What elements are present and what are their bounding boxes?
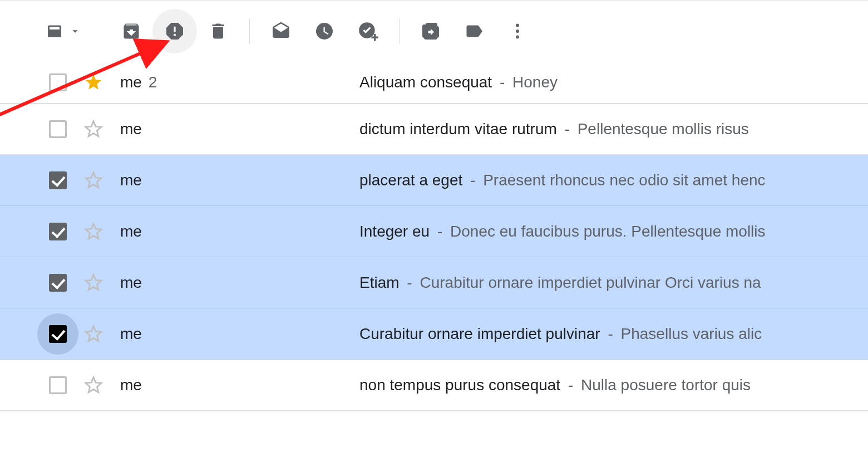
subject-text: dictum interdum vitae rutrum [359,120,557,137]
select-all-dropdown[interactable] [45,21,81,41]
toolbar-divider [249,18,250,44]
sender-name: me [120,73,142,91]
row-checkbox[interactable] [37,313,78,355]
archive-icon [121,21,141,41]
subject-text: Curabitur ornare imperdiet pulvinar [359,325,600,342]
snooze-button[interactable] [308,14,341,48]
toolbar [0,0,868,61]
sender-name: me [120,120,142,137]
thread-count: 2 [149,73,157,91]
subject-text: non tempus purus consequat [359,376,560,394]
snippet-text: Donec eu faucibus purus. Pellentesque mo… [450,223,766,240]
more-button[interactable] [501,14,534,48]
snippet-text: Nulla posuere tortor quis [581,376,751,394]
move-to-button[interactable] [414,14,447,48]
toolbar-divider-2 [399,18,400,44]
snippet-text: Praesent rhoncus nec odio sit amet henc [483,171,765,189]
subject-line: non tempus purus consequat - Nulla posue… [359,376,751,394]
star-icon[interactable] [81,171,106,190]
subject-line: placerat a eget - Praesent rhoncus nec o… [359,171,766,189]
email-list: me 2Aliquam consequat - Honeymedictum in… [0,61,868,411]
labels-button[interactable] [457,14,491,48]
sender: me [120,120,359,138]
email-row[interactable]: menon tempus purus consequat - Nulla pos… [0,360,868,411]
snippet-text: Phasellus varius alic [621,325,762,342]
archive-button[interactable] [115,14,148,48]
subject-separator: - [568,376,573,394]
subject-text: Etiam [359,274,400,291]
row-checkbox[interactable] [46,70,70,95]
subject-separator: - [608,325,613,342]
subject-separator: - [470,171,475,189]
star-icon[interactable] [81,376,106,395]
svg-point-8 [516,30,519,33]
report-spam-button[interactable] [152,9,197,53]
svg-point-7 [516,23,519,27]
dropdown-icon [69,25,81,37]
subject-line: Etiam - Curabitur ornare imperdiet pulvi… [359,274,761,292]
subject-line: Curabitur ornare imperdiet pulvinar - Ph… [359,325,762,343]
delete-icon [208,21,228,41]
snippet-text: Honey [512,73,558,91]
star-icon[interactable] [81,273,106,292]
label-icon [464,21,484,41]
svg-rect-2 [50,27,60,30]
star-icon[interactable] [81,73,106,92]
email-row[interactable]: medictum interdum vitae rutrum - Pellent… [0,104,868,155]
snooze-icon [314,21,334,41]
email-row[interactable]: meInteger eu - Donec eu faucibus purus. … [0,206,868,257]
sender-name: me [120,325,142,342]
delete-button[interactable] [201,14,235,48]
move-to-icon [421,21,441,41]
row-checkbox[interactable] [46,373,70,397]
star-icon[interactable] [81,120,106,139]
mark-as-read-button[interactable] [264,14,298,48]
select-icon [45,21,65,41]
subject-separator: - [407,274,412,291]
snippet-text: Pellentesque mollis risus [578,120,749,137]
svg-point-9 [516,35,519,38]
sender: me [120,274,359,292]
subject-text: placerat a eget [359,171,462,189]
email-row[interactable]: meplacerat a eget - Praesent rhoncus nec… [0,155,868,206]
subject-text: Integer eu [359,223,430,240]
subject-line: dictum interdum vitae rutrum - Pellentes… [359,120,749,138]
add-task-icon [357,21,378,42]
subject-separator: - [437,223,442,240]
sender-name: me [120,171,142,189]
star-icon[interactable] [81,222,106,241]
email-row[interactable]: me 2Aliquam consequat - Honey [0,61,868,104]
svg-rect-1 [48,31,61,37]
sender-name: me [120,274,142,291]
subject-line: Integer eu - Donec eu faucibus purus. Pe… [359,223,766,240]
subject-separator: - [500,73,505,91]
row-checkbox[interactable] [46,271,70,295]
sender: me [120,325,359,343]
bottom-spacer [0,411,868,450]
sender: me [120,171,359,189]
snippet-text: Curabitur ornare imperdiet pulvinar Orci… [420,274,761,291]
subject-line: Aliquam consequat - Honey [359,73,558,91]
sender: me [120,223,359,240]
report-spam-icon [164,20,186,42]
add-to-tasks-button[interactable] [351,14,384,48]
sender: me 2 [120,73,359,91]
row-checkbox[interactable] [46,117,70,141]
sender-name: me [120,376,142,394]
more-icon [507,21,527,41]
row-checkbox[interactable] [46,168,70,193]
subject-text: Aliquam consequat [359,73,492,91]
row-checkbox[interactable] [46,219,70,244]
star-icon[interactable] [81,325,106,343]
email-row[interactable]: meCurabitur ornare imperdiet pulvinar - … [0,308,868,360]
email-row[interactable]: meEtiam - Curabitur ornare imperdiet pul… [0,257,868,308]
svg-rect-6 [374,33,376,41]
sender-name: me [120,223,142,240]
subject-separator: - [565,120,570,137]
sender: me [120,376,359,394]
mark-read-icon [271,21,291,41]
